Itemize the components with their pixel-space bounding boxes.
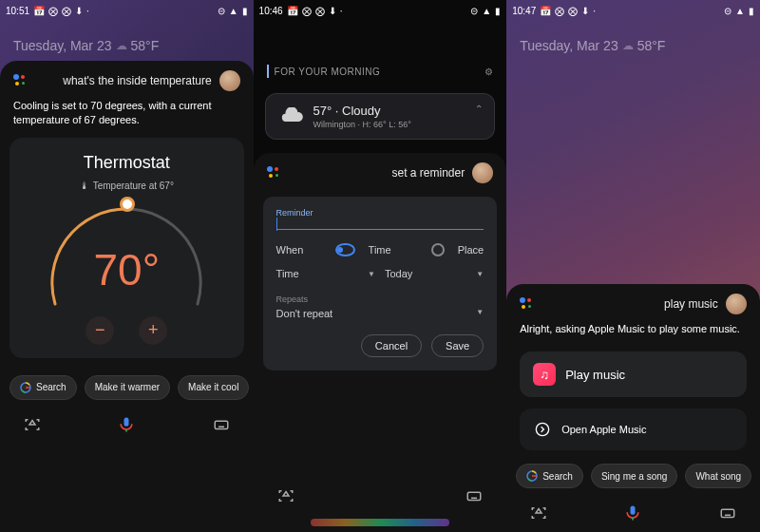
gauge-knob[interactable] (120, 197, 135, 212)
query-text: set a reminder (288, 166, 466, 180)
calendar-icon: 📅 (540, 6, 551, 16)
open-app-label: Open Apple Music (561, 424, 646, 435)
chip-cooler[interactable]: Make it cool (178, 375, 249, 400)
cloud-icon: ☁ (622, 39, 634, 52)
status-bar: 10:51 📅 ⨂ ⨂ ⬇ · ⊝ ▲ ▮ (0, 0, 254, 21)
thermometer-icon: 🌡 (80, 180, 89, 191)
keyboard-icon[interactable] (718, 504, 737, 522)
phone-screen-music: 10:47 📅 ⨂ ⨂ ⬇ · ⊝ ▲ ▮ Tuesday, Mar 23 ☁ … (506, 0, 760, 532)
radio-time[interactable] (335, 243, 354, 256)
svg-rect-5 (721, 509, 734, 517)
date-select-value: Today (385, 268, 412, 279)
google-icon (526, 470, 538, 482)
chip-label: Sing me a song (601, 471, 668, 482)
date-weather-bar[interactable]: Tuesday, Mar 23 ☁ 58°F (506, 21, 760, 61)
assistant-panel: play music Alright, asking Apple Music t… (506, 284, 760, 532)
set-temperature: 70° (36, 244, 217, 295)
radio-time-label: Time (369, 244, 391, 256)
downarrow-icon: ⬇ (75, 6, 83, 16)
dot-icon: · (340, 6, 343, 16)
save-button[interactable]: Save (431, 334, 484, 357)
radio-place-label: Place (458, 244, 484, 256)
battery-icon: ▮ (242, 6, 248, 16)
weather-sub: Wilmington · H: 66° L: 56° (314, 120, 411, 129)
reminder-input[interactable] (276, 229, 484, 230)
suggestion-chips: Search Make it warmer Make it cool (0, 368, 254, 408)
chip-label: Search (542, 471, 573, 482)
lens-icon[interactable] (529, 504, 548, 522)
chip-whatsong[interactable]: What song (685, 464, 751, 488)
cancel-button[interactable]: Cancel (361, 334, 422, 357)
chevron-down-icon: ▼ (368, 270, 375, 278)
chevron-up-icon[interactable]: ⌃ (475, 104, 483, 114)
lens-icon[interactable] (23, 415, 42, 434)
bottom-bar (254, 479, 507, 515)
outside-temp: 58°F (637, 38, 666, 53)
dnd-icon: ⊝ (470, 6, 478, 16)
mic-button[interactable] (117, 415, 136, 434)
assistant-logo-icon (13, 74, 27, 87)
current-temp-label: Temperature at 67° (93, 180, 174, 191)
phone-screen-thermostat: 10:51 📅 ⨂ ⨂ ⬇ · ⊝ ▲ ▮ Tuesday, Mar 23 ☁ … (0, 0, 254, 532)
open-apple-music-action[interactable]: Open Apple Music (520, 408, 747, 450)
avatar[interactable] (726, 294, 747, 314)
chip-search[interactable]: Search (516, 464, 583, 488)
status-time: 10:51 (6, 6, 29, 16)
assistant-response: Alright, asking Apple Music to play some… (506, 322, 760, 346)
xbox-icon: ⨂ (555, 6, 564, 16)
suggestion-chips: Search Sing me a song What song (506, 456, 760, 496)
wifi-icon: ▲ (482, 6, 491, 16)
svg-rect-2 (467, 492, 481, 500)
downarrow-icon: ⬇ (581, 6, 589, 16)
chip-warmer[interactable]: Make it warmer (85, 375, 170, 400)
dnd-icon: ⊝ (724, 6, 732, 16)
morning-label: FOR YOUR MORNING (275, 66, 381, 77)
xbox-icon: ⨂ (48, 6, 58, 16)
date-text: Tuesday, Mar 23 (520, 38, 618, 53)
temp-decrease-button[interactable]: − (86, 316, 114, 345)
keyboard-icon[interactable] (465, 486, 484, 505)
assistant-response: Cooling is set to 70 degrees, with a cur… (0, 99, 254, 138)
repeats-value: Don't repeat (276, 308, 333, 319)
thermostat-title: Thermostat (19, 153, 235, 173)
query-text: what's the inside temperature (34, 74, 212, 87)
time-select[interactable]: Time ▼ (276, 268, 375, 279)
chip-label: Make it cool (188, 382, 238, 392)
when-label: When (276, 244, 304, 256)
chip-search[interactable]: Search (10, 375, 77, 400)
date-text: Tuesday, Mar 23 (13, 38, 112, 53)
date-weather-bar[interactable]: Tuesday, Mar 23 ☁ 58°F (0, 21, 254, 61)
assistant-logo-icon (520, 297, 533, 311)
phone-screen-reminder: 10:46 📅 ⨂ ⨂ ⬇ · ⊝ ▲ ▮ FOR YOUR MORNING ⚙… (254, 0, 507, 532)
calendar-icon: 📅 (287, 6, 298, 16)
dot-icon: · (593, 6, 596, 16)
bottom-bar (506, 496, 760, 532)
lens-icon[interactable] (276, 486, 295, 505)
avatar[interactable] (219, 70, 240, 91)
assistant-panel: set a reminder Reminder When Time Place … (254, 153, 507, 532)
play-music-action[interactable]: ♫ Play music (520, 352, 747, 397)
accent-bar (267, 65, 269, 78)
temperature-gauge[interactable]: 70° (36, 195, 217, 309)
gear-icon[interactable]: ⚙ (484, 66, 494, 77)
avatar[interactable] (472, 162, 493, 183)
chip-label: What song (695, 471, 741, 482)
save-label: Save (446, 340, 469, 352)
radio-place[interactable] (431, 243, 445, 256)
mic-button[interactable] (623, 504, 642, 522)
arrow-right-icon (533, 420, 552, 439)
chip-sing[interactable]: Sing me a song (591, 464, 678, 488)
chip-label: Make it warmer (95, 382, 160, 392)
weather-card[interactable]: 57° · Cloudy Wilmington · H: 66° L: 56° … (265, 93, 496, 140)
keyboard-icon[interactable] (212, 415, 231, 434)
apple-music-icon: ♫ (533, 363, 556, 386)
date-select[interactable]: Today ▼ (385, 268, 484, 279)
status-time: 10:46 (259, 6, 283, 16)
temp-increase-button[interactable]: + (139, 316, 167, 345)
status-bar: 10:47 📅 ⨂ ⨂ ⬇ · ⊝ ▲ ▮ (506, 0, 760, 21)
status-bar: 10:46 📅 ⨂ ⨂ ⬇ · ⊝ ▲ ▮ (254, 0, 507, 21)
xbox-icon: ⨂ (302, 6, 312, 16)
nav-gesture-bar[interactable] (311, 519, 450, 526)
repeats-select[interactable]: Don't repeat ▼ (276, 308, 484, 319)
svg-point-3 (537, 423, 549, 435)
